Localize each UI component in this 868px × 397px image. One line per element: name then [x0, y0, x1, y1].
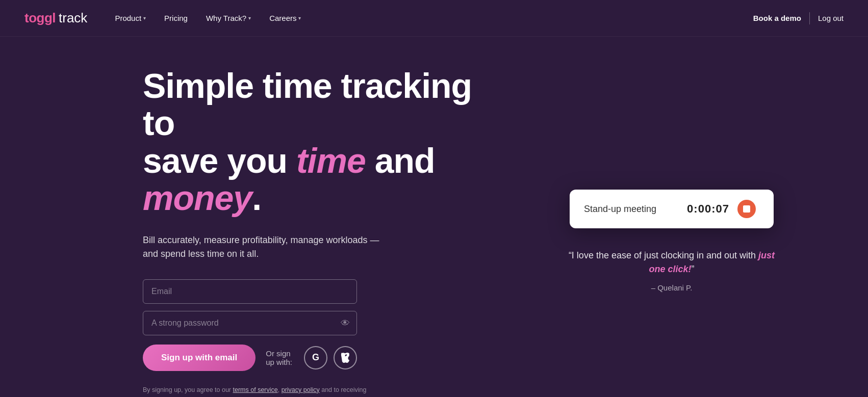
nav-links: Product ▾ Pricing Why Track? ▾ Careers ▾ — [108, 10, 753, 27]
eye-icon[interactable]: 👁 — [341, 317, 350, 328]
nav-why-track[interactable]: Why Track? ▾ — [199, 10, 258, 27]
hero-content: Simple time tracking to save you time an… — [143, 67, 500, 397]
signup-form: 👁 Sign up with email Or sign up with: G — [143, 279, 357, 371]
timer-card: Stand-up meeting 0:00:07 — [570, 190, 774, 228]
nav-product[interactable]: Product ▾ — [108, 10, 153, 27]
nav-careers[interactable]: Careers ▾ — [262, 10, 308, 27]
privacy-link[interactable]: privacy policy — [282, 386, 320, 393]
apple-signup-button[interactable] — [334, 346, 357, 369]
timer-stop-button[interactable] — [737, 200, 756, 218]
hero-headline: Simple time tracking to save you time an… — [143, 67, 479, 217]
signup-button[interactable]: Sign up with email — [143, 345, 256, 371]
password-input[interactable] — [143, 311, 357, 335]
nav-pricing[interactable]: Pricing — [157, 10, 195, 27]
testimonial-text: “I love the ease of just clocking in and… — [565, 249, 779, 276]
logo[interactable]: toggl track — [24, 10, 87, 26]
social-buttons: G — [304, 346, 357, 369]
stop-icon — [743, 205, 750, 213]
timer-value: 0:00:07 — [687, 202, 729, 216]
logo-track: track — [59, 10, 87, 26]
chevron-down-icon: ▾ — [248, 15, 251, 21]
google-signup-button[interactable]: G — [304, 346, 327, 369]
testimonial-author: – Quelani P. — [565, 283, 779, 292]
form-actions: Sign up with email Or sign up with: G — [143, 345, 357, 371]
book-demo-link[interactable]: Book a demo — [753, 14, 801, 22]
chevron-down-icon: ▾ — [298, 15, 301, 21]
timer-label: Stand-up meeting — [584, 204, 656, 215]
hero-subtext: Bill accurately, measure profitability, … — [143, 233, 388, 261]
apple-icon — [341, 353, 350, 363]
hero-section: Simple time tracking to save you time an… — [0, 37, 868, 397]
nav-divider — [809, 12, 810, 24]
navbar: toggl track Product ▾ Pricing Why Track?… — [0, 0, 868, 37]
testimonial: “I love the ease of just clocking in and… — [565, 249, 779, 292]
hero-right: Stand-up meeting 0:00:07 “I love the eas… — [500, 67, 844, 397]
or-text: Or sign up with: — [266, 349, 294, 366]
password-wrapper: 👁 — [143, 311, 357, 335]
nav-right: Book a demo Log out — [753, 12, 844, 24]
chevron-down-icon: ▾ — [143, 15, 146, 21]
logout-link[interactable]: Log out — [818, 14, 844, 22]
logo-toggl: toggl — [24, 10, 56, 26]
terms-link[interactable]: terms of service — [233, 386, 278, 393]
timer-right: 0:00:07 — [687, 200, 756, 218]
email-input[interactable] — [143, 279, 357, 304]
form-disclaimer: By signing up, you agree to our terms of… — [143, 385, 393, 397]
